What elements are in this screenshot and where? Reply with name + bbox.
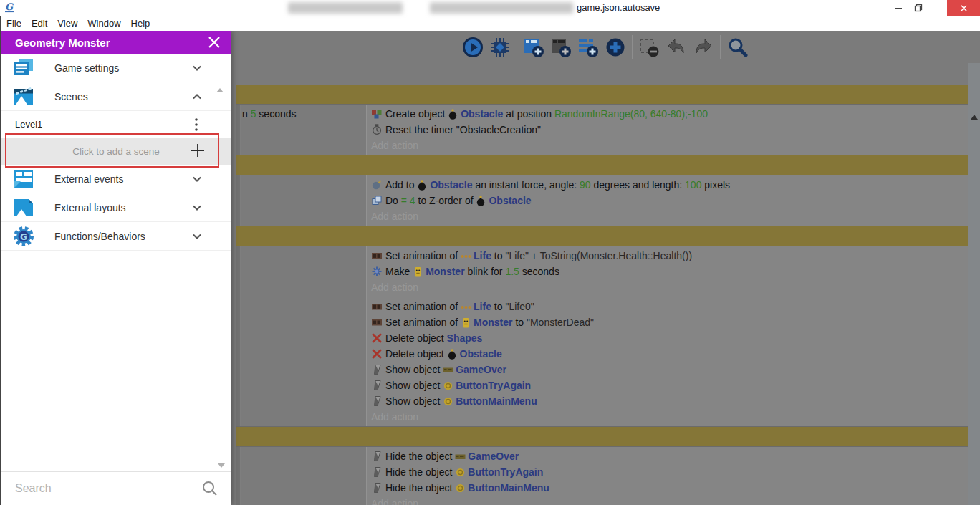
menu-help[interactable]: Help bbox=[131, 18, 158, 29]
action-line[interactable]: Set animation of Life to "Life" + ToStri… bbox=[371, 248, 968, 264]
condition-line[interactable]: n 5 seconds bbox=[242, 106, 366, 122]
undo-button[interactable] bbox=[666, 37, 687, 58]
menu-view[interactable]: View bbox=[57, 18, 85, 29]
search-icon[interactable] bbox=[201, 480, 218, 497]
preview-button[interactable] bbox=[462, 37, 484, 58]
conditions-cell[interactable] bbox=[241, 447, 367, 505]
comment-bar[interactable] bbox=[236, 85, 968, 105]
action-line[interactable]: Delete object Shapes bbox=[371, 330, 968, 346]
drawer-scroll-down-icon[interactable] bbox=[218, 463, 225, 468]
actions-cell[interactable]: Add to Obstacle an instant force, angle:… bbox=[367, 175, 968, 226]
close-drawer-icon[interactable] bbox=[207, 35, 221, 49]
action-line[interactable]: Hide the object ButtonTryAgain bbox=[371, 464, 968, 480]
add-scene-row[interactable]: Click to add a scene bbox=[1, 138, 231, 165]
action-line[interactable]: Make Monster blink for 1.5 seconds bbox=[371, 264, 968, 279]
debug-button[interactable] bbox=[489, 37, 511, 58]
object-link[interactable]: Shapes bbox=[447, 332, 483, 344]
object-link[interactable]: Life bbox=[474, 250, 491, 261]
object-link[interactable]: Obstacle bbox=[460, 348, 502, 360]
object-link[interactable]: Obstacle bbox=[461, 108, 503, 120]
action-line[interactable]: Show object ButtonMainMenu bbox=[371, 393, 968, 409]
action-line[interactable]: Add action bbox=[371, 138, 968, 153]
object-link[interactable]: Obstacle bbox=[430, 179, 472, 191]
object-link[interactable]: ButtonTryAgain bbox=[456, 380, 531, 391]
chevron-down-icon[interactable] bbox=[190, 229, 204, 244]
search-events-button[interactable] bbox=[726, 37, 748, 58]
actions-cell[interactable]: Set animation of Life to "Life0"Set anim… bbox=[367, 297, 968, 426]
scene-options-kebab-icon[interactable] bbox=[190, 117, 203, 133]
comment-bar[interactable] bbox=[236, 155, 968, 175]
actions-cell[interactable]: Create object Obstacle at position Rando… bbox=[367, 105, 968, 155]
conditions-cell[interactable] bbox=[241, 175, 367, 226]
add-comment-button[interactable] bbox=[577, 37, 599, 58]
object-link[interactable]: GameOver bbox=[468, 451, 519, 462]
object-link[interactable]: GameOver bbox=[456, 364, 506, 375]
object-link[interactable]: Obstacle bbox=[489, 195, 531, 206]
object-link[interactable]: ButtonTryAgain bbox=[468, 466, 543, 478]
object-link[interactable]: ButtonMainMenu bbox=[468, 482, 549, 494]
action-line[interactable]: Hide the object GameOver bbox=[371, 448, 968, 464]
close-window-button[interactable] bbox=[947, 0, 980, 16]
chevron-down-icon[interactable] bbox=[190, 172, 204, 186]
object-link[interactable]: ButtonMainMenu bbox=[456, 395, 537, 407]
delete-event-button[interactable] bbox=[638, 37, 660, 58]
menu-edit[interactable]: Edit bbox=[32, 18, 55, 29]
action-line[interactable]: Create object Obstacle at position Rando… bbox=[371, 106, 968, 122]
drawer-search[interactable]: Search bbox=[1, 471, 231, 505]
events-scrollbar[interactable] bbox=[968, 63, 980, 505]
action-line[interactable]: Add action bbox=[371, 208, 968, 224]
action-line[interactable]: Add action bbox=[371, 409, 968, 425]
conditions-cell[interactable]: n 5 seconds bbox=[241, 105, 367, 155]
event-block[interactable]: Set animation of Life to "Life0"Set anim… bbox=[236, 297, 968, 427]
restore-button[interactable] bbox=[908, 0, 928, 16]
add-subevent-button[interactable] bbox=[550, 37, 572, 58]
object-link[interactable]: Life bbox=[474, 301, 491, 312]
event-block[interactable]: Hide the object GameOverHide the object … bbox=[236, 447, 968, 505]
scroll-up-icon[interactable] bbox=[971, 115, 978, 120]
event-block[interactable]: Set animation of Life to "Life" + ToStri… bbox=[236, 246, 968, 297]
add-scene-plus-icon[interactable] bbox=[190, 143, 206, 158]
action-line[interactable]: Reset the timer "ObstacleCreation" bbox=[371, 122, 968, 138]
object-link[interactable]: Monster bbox=[426, 266, 464, 277]
minimize-button[interactable] bbox=[888, 0, 908, 16]
conditions-cell[interactable] bbox=[241, 246, 367, 297]
scene-item-level1[interactable]: Level1 bbox=[1, 111, 231, 138]
menu-file[interactable]: File bbox=[6, 18, 29, 29]
action-line[interactable]: Add action bbox=[371, 496, 968, 505]
drawer-item-game-settings[interactable]: Game settings bbox=[1, 54, 231, 82]
add-event-button[interactable] bbox=[523, 37, 544, 58]
event-block[interactable]: Add to Obstacle an instant force, angle:… bbox=[236, 175, 968, 226]
add-action-placeholder[interactable]: Add action bbox=[371, 498, 418, 505]
object-link[interactable]: Monster bbox=[474, 317, 512, 328]
drawer-item-functions-behaviors[interactable]: GFunctions/Behaviors bbox=[1, 222, 231, 251]
actions-cell[interactable]: Set animation of Life to "Life" + ToStri… bbox=[367, 246, 968, 297]
chevron-down-icon[interactable] bbox=[190, 61, 204, 75]
action-line[interactable]: Add action bbox=[371, 279, 968, 295]
add-action-placeholder[interactable]: Add action bbox=[371, 211, 418, 222]
conditions-cell[interactable] bbox=[241, 297, 367, 426]
drawer-item-external-layouts[interactable]: External layouts bbox=[1, 193, 231, 222]
comment-bar[interactable] bbox=[236, 226, 968, 246]
action-line[interactable]: Show object ButtonTryAgain bbox=[371, 377, 968, 393]
action-line[interactable]: Show object GameOver bbox=[371, 362, 968, 377]
drawer-scroll-up-icon[interactable] bbox=[216, 88, 224, 92]
chevron-down-icon[interactable] bbox=[190, 201, 204, 215]
action-line[interactable]: Add to Obstacle an instant force, angle:… bbox=[371, 177, 968, 193]
add-action-placeholder[interactable]: Add action bbox=[371, 140, 418, 151]
redo-button[interactable] bbox=[693, 37, 714, 58]
action-line[interactable]: Delete object Obstacle bbox=[371, 346, 968, 362]
action-line[interactable]: Set animation of Life to "Life0" bbox=[371, 299, 968, 314]
search-input[interactable]: Search bbox=[15, 482, 201, 495]
add-other-event-button[interactable] bbox=[605, 37, 626, 58]
action-line[interactable]: Hide the object ButtonMainMenu bbox=[371, 480, 968, 496]
action-line[interactable]: Set animation of Monster to "MonsterDead… bbox=[371, 314, 968, 330]
event-block[interactable]: n 5 secondsCreate object Obstacle at pos… bbox=[236, 105, 968, 155]
menu-window[interactable]: Window bbox=[87, 18, 128, 29]
drawer-item-scenes[interactable]: Scenes bbox=[1, 82, 231, 111]
chevron-up-icon[interactable] bbox=[190, 90, 204, 104]
action-line[interactable]: Do = 4 to Z-order of Obstacle bbox=[371, 193, 968, 208]
add-action-placeholder[interactable]: Add action bbox=[371, 282, 418, 293]
actions-cell[interactable]: Hide the object GameOverHide the object … bbox=[367, 447, 968, 505]
drawer-item-external-events[interactable]: External events bbox=[1, 165, 231, 193]
comment-bar[interactable] bbox=[236, 427, 968, 447]
